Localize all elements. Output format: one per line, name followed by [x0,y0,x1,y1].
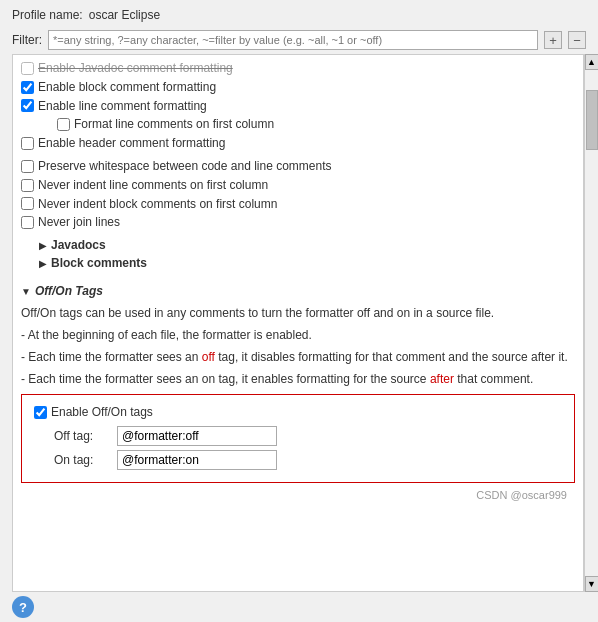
checkbox-never-join[interactable] [21,216,34,229]
filter-remove-button[interactable]: − [568,31,586,49]
top-bar: Profile name: oscar Eclipse [0,0,598,26]
checkbox-row-enable-offon: Enable Off/On tags [34,403,562,422]
checkbox-label-line-comment: Enable line comment formatting [38,98,207,115]
filter-input[interactable] [48,30,538,50]
off-tag-label: Off tag: [54,429,109,443]
scrollbar-down-arrow[interactable]: ▼ [585,576,599,592]
filter-label: Filter: [12,33,42,47]
checkbox-row-preserve-whitespace: Preserve whitespace between code and lin… [21,157,575,176]
checkbox-format-first-col[interactable] [57,118,70,131]
offon-description4: - Each time the formatter sees an on tag… [21,370,575,388]
enable-offon-box: Enable Off/On tags Off tag: On tag: [21,394,575,483]
help-icon[interactable]: ? [12,596,34,618]
filter-add-button[interactable]: + [544,31,562,49]
profile-name-label: Profile name: [12,8,83,22]
checkbox-row-header-comment: Enable header comment formatting [21,134,575,153]
offon-desc4-pre: - Each time the formatter sees an on tag… [21,372,430,386]
offon-desc3-highlight: off [202,350,215,364]
javadocs-label: Javadocs [51,238,106,252]
checkbox-never-indent-line[interactable] [21,179,34,192]
checkbox-row-never-indent-line: Never indent line comments on first colu… [21,176,575,195]
checkbox-label-never-join: Never join lines [38,214,120,231]
checkbox-label-format-first-col: Format line comments on first column [74,116,274,133]
offon-desc3-pre: - Each time the formatter sees an [21,350,202,364]
checkbox-row-javadoc-comment: Enable Javadoc comment formatting [21,59,575,78]
javadocs-arrow-icon: ▶ [39,240,47,251]
checkbox-row-format-first-col: Format line comments on first column [57,115,575,134]
watermark: CSDN @oscar999 [21,487,575,503]
off-tag-row: Off tag: [54,426,562,446]
offon-desc4-highlight: after [430,372,454,386]
checkbox-label-header-comment: Enable header comment formatting [38,135,225,152]
checkbox-label-never-indent-line: Never indent line comments on first colu… [38,177,268,194]
offon-title[interactable]: ▼ Off/On Tags [21,282,575,300]
offon-arrow-icon: ▼ [21,286,31,297]
javadocs-section[interactable]: ▶ Javadocs [39,236,575,254]
on-tag-row: On tag: [54,450,562,470]
scrollbar-up-arrow[interactable]: ▲ [585,54,599,70]
bottom-bar: ? [0,592,598,622]
checkbox-label-javadoc-comment: Enable Javadoc comment formatting [38,60,233,77]
block-comments-section[interactable]: ▶ Block comments [39,254,575,272]
on-tag-label: On tag: [54,453,109,467]
checkbox-label-preserve-whitespace: Preserve whitespace between code and lin… [38,158,332,175]
scrollbar-thumb[interactable] [586,90,598,150]
offon-description3: - Each time the formatter sees an off ta… [21,348,575,366]
checkbox-javadoc-comment[interactable] [21,62,34,75]
checkbox-label-enable-offon: Enable Off/On tags [51,404,153,421]
checkbox-row-line-comment: Enable line comment formatting [21,97,575,116]
block-comments-label: Block comments [51,256,147,270]
checkbox-line-comment[interactable] [21,99,34,112]
offon-title-label: Off/On Tags [35,284,103,298]
offon-description1: Off/On tags can be used in any comments … [21,304,575,322]
offon-section: ▼ Off/On Tags Off/On tags can be used in… [21,282,575,483]
checkbox-label-block-comment: Enable block comment formatting [38,79,216,96]
checkbox-enable-offon[interactable] [34,406,47,419]
checkbox-block-comment[interactable] [21,81,34,94]
checkbox-preserve-whitespace[interactable] [21,160,34,173]
scrollbar[interactable]: ▲ ▼ [584,54,598,592]
off-tag-input[interactable] [117,426,277,446]
checkbox-header-comment[interactable] [21,137,34,150]
checkbox-row-block-comment: Enable block comment formatting [21,78,575,97]
offon-description2: - At the beginning of each file, the for… [21,326,575,344]
checkbox-row-never-indent-block: Never indent block comments on first col… [21,195,575,214]
checkbox-row-never-join: Never join lines [21,213,575,232]
filter-bar: Filter: + − [0,26,598,54]
checkbox-label-never-indent-block: Never indent block comments on first col… [38,196,277,213]
profile-name-value: oscar Eclipse [89,8,160,22]
offon-desc4-post: that comment. [454,372,533,386]
offon-desc3-post: tag, it disables formatting for that com… [215,350,568,364]
block-comments-arrow-icon: ▶ [39,258,47,269]
on-tag-input[interactable] [117,450,277,470]
checkbox-never-indent-block[interactable] [21,197,34,210]
